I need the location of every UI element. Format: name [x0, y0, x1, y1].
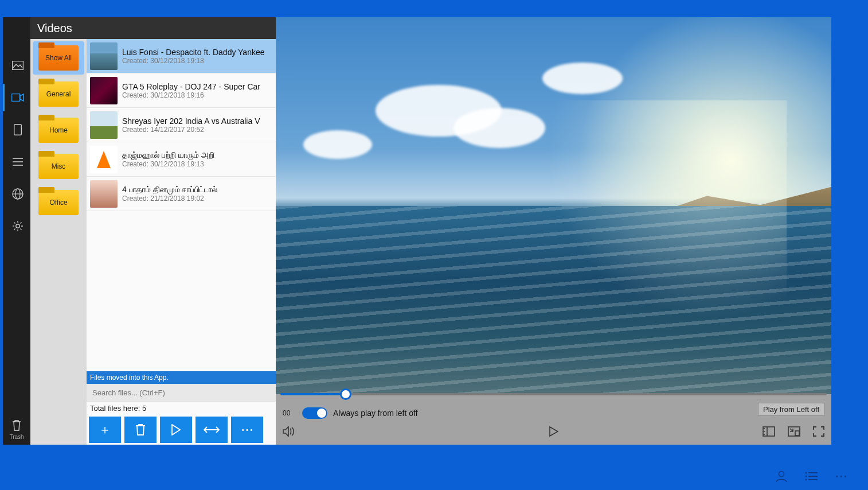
trash-icon: [3, 419, 30, 431]
play-icon: [171, 424, 181, 435]
controls-row-1: 00 Always play from left off 00:04:11 Pl…: [283, 405, 824, 422]
play-pause-button[interactable]: [549, 426, 558, 437]
status-message: Files moved into this App.: [90, 374, 169, 382]
volume-button[interactable]: [283, 426, 295, 437]
rail-settings[interactable]: [3, 212, 30, 240]
always-play-label: Always play from left off: [333, 409, 418, 418]
menu-button[interactable]: [805, 472, 818, 481]
main-window: Trash Videos Show All General: [3, 17, 831, 445]
svg-rect-1: [11, 94, 19, 102]
move-button[interactable]: [196, 417, 228, 443]
picture-icon: [12, 61, 24, 70]
video-frame-cloud: [303, 130, 372, 159]
folder-label: Office: [49, 199, 67, 207]
arrows-horizontal-icon: [204, 426, 220, 434]
total-files-label: Total files here: 5: [87, 401, 276, 415]
folder-label: Show All: [45, 54, 72, 62]
video-viewport[interactable]: [276, 17, 831, 394]
rail-videos[interactable]: [3, 84, 30, 111]
folder-label: General: [46, 90, 71, 98]
middle-panel: Videos Show All General Home: [30, 17, 276, 445]
plus-icon: ＋: [99, 421, 111, 438]
play-icon: [549, 426, 558, 437]
middle-body: Show All General Home Misc: [30, 39, 276, 445]
folder-label: Misc: [52, 162, 66, 170]
search-input[interactable]: [87, 384, 276, 401]
svg-point-14: [764, 434, 765, 435]
toggle-knob: [317, 409, 326, 418]
list-icon: [805, 472, 818, 481]
video-title: Shreyas Iyer 202 India A vs Australia V: [122, 116, 272, 126]
current-time: 00: [283, 409, 296, 417]
rail-web[interactable]: [3, 180, 30, 208]
globe-icon: [12, 188, 24, 200]
video-created: Created: 30/12/2018 19:18: [122, 57, 272, 65]
list-item[interactable]: 4 பாதாம் தினமும் சாப்பிட்டால் Created: 2…: [87, 177, 276, 211]
list-column: Luis Fonsi - Despacito ft. Daddy Yankee …: [87, 39, 276, 445]
svg-point-16: [779, 472, 784, 477]
delete-button[interactable]: [124, 417, 157, 443]
svg-point-17: [806, 472, 807, 474]
svg-point-12: [764, 428, 765, 429]
video-created: Created: 14/12/2017 20:52: [122, 126, 272, 134]
video-created: Created: 21/12/2018 19:02: [122, 195, 272, 203]
controls-row-2: [283, 423, 824, 440]
rail-pictures[interactable]: [3, 52, 30, 79]
action-toolbar: ＋ ⋯: [87, 415, 276, 445]
video-meta: GTA 5 Roleplay - DOJ 247 - Super Car Cre…: [122, 82, 272, 99]
person-icon: [775, 470, 788, 483]
more-options-button[interactable]: ⋯: [835, 469, 847, 484]
more-button[interactable]: ⋯: [231, 417, 263, 443]
pip-icon: [788, 426, 800, 437]
add-button[interactable]: ＋: [89, 417, 121, 443]
list-item[interactable]: Luis Fonsi - Despacito ft. Daddy Yankee …: [87, 39, 276, 73]
rail-documents[interactable]: [3, 116, 30, 143]
list-item[interactable]: GTA 5 Roleplay - DOJ 247 - Super Car Cre…: [87, 73, 276, 108]
video-title: தாஜ்மஹால் பற்றி யாரும் அறி: [122, 150, 272, 160]
folder-office[interactable]: Office: [33, 186, 84, 219]
app-bottom-bar: ⋯: [0, 462, 868, 490]
svg-point-19: [806, 476, 807, 477]
video-frame-cloud: [542, 63, 623, 94]
account-button[interactable]: [775, 470, 788, 483]
video-frame-cloud: [453, 108, 545, 148]
video-meta: தாஜ்மஹால் பற்றி யாரும் அறி Created: 30/1…: [122, 150, 272, 168]
rail-trash[interactable]: Trash: [3, 419, 30, 440]
video-title: Luis Fonsi - Despacito ft. Daddy Yankee: [122, 48, 272, 57]
rail-list[interactable]: [3, 148, 30, 176]
folder-home[interactable]: Home: [33, 114, 84, 147]
trash-icon: [135, 423, 146, 437]
folder-misc[interactable]: Misc: [33, 150, 84, 183]
right-controls: [763, 426, 824, 437]
video-thumbnail: [90, 146, 118, 173]
app-root: Trash Videos Show All General: [0, 0, 868, 490]
video-thumbnail: [90, 42, 118, 70]
seek-track: [280, 393, 827, 395]
title-bar: [0, 0, 868, 17]
folder-general[interactable]: General: [33, 77, 84, 111]
mini-player-icon: [763, 426, 775, 437]
folder-show-all[interactable]: Show All: [33, 41, 84, 75]
play-button[interactable]: [160, 417, 192, 443]
always-play-toggle[interactable]: [302, 407, 327, 419]
video-camera-icon: [11, 94, 24, 102]
svg-point-9: [15, 224, 19, 228]
list-item[interactable]: தாஜ்மஹால் பற்றி யாரும் அறி Created: 30/1…: [87, 142, 276, 177]
tablet-icon: [14, 124, 22, 135]
video-meta: Shreyas Iyer 202 India A vs Australia V …: [122, 116, 272, 134]
seek-thumb[interactable]: [340, 388, 351, 400]
video-meta: 4 பாதாம் தினமும் சாப்பிட்டால் Created: 2…: [122, 185, 272, 203]
list-item[interactable]: Shreyas Iyer 202 India A vs Australia V …: [87, 108, 276, 142]
svg-rect-0: [12, 61, 23, 70]
video-title: GTA 5 Roleplay - DOJ 247 - Super Car: [122, 82, 272, 91]
video-list: Luis Fonsi - Despacito ft. Daddy Yankee …: [87, 39, 276, 371]
fullscreen-button[interactable]: [813, 426, 824, 437]
mini-player-button[interactable]: [763, 426, 775, 437]
more-icon: ⋯: [241, 422, 253, 437]
seek-fill: [280, 393, 346, 395]
pip-button[interactable]: [788, 426, 800, 437]
seek-bar[interactable]: [280, 390, 827, 399]
folder-label: Home: [49, 126, 68, 134]
video-thumbnail: [90, 111, 118, 139]
video-thumbnail: [90, 180, 118, 208]
